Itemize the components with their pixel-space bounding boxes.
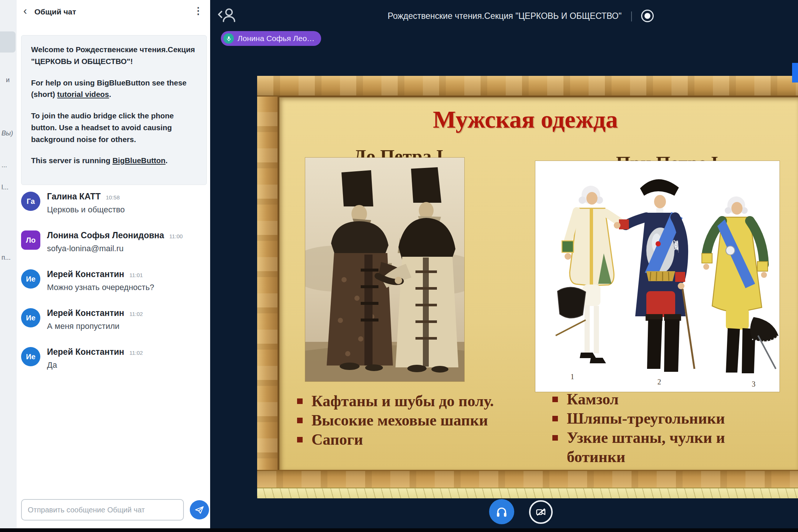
message-author: Лонина Софья Леонидовна [47, 230, 164, 240]
avatar: Га [21, 192, 40, 211]
bullet-square-icon [297, 398, 303, 404]
message-author: Иерей Константин [47, 269, 124, 279]
slide-content: Мужская одежда До Петра I При Петре I [279, 97, 798, 470]
chat-message: Ие Иерей Константин11:01 Можно узнать оч… [21, 269, 206, 292]
kebab-menu-icon[interactable]: ⋮ [193, 5, 203, 17]
audio-join-button[interactable] [489, 499, 514, 524]
message-time: 11:00 [169, 233, 183, 239]
message-time: 11:01 [129, 272, 143, 278]
message-author: Иерей Константин [47, 347, 124, 357]
record-dot-icon [644, 13, 650, 19]
webcam-share-button[interactable] [529, 500, 553, 524]
users-panel-fragment: и [6, 76, 10, 84]
welcome-line-1: Welcome to Рождественские чтения.Секция … [31, 44, 197, 67]
avatar: Ие [21, 347, 40, 366]
figure-number: 3 [752, 380, 755, 388]
bigbluebutton-app: и Вы) ... l... п... ‹ Общий чат ⋮ Welcom… [0, 0, 798, 532]
slide-left-bullet-list: Кафтаны и шубы до полу. Высокие меховые … [297, 391, 526, 449]
message-text: Можно узнать очередность? [47, 283, 154, 292]
slide-wooden-frame [257, 470, 798, 488]
chat-message: Ие Иерей Константин11:02 А меня пропусти… [21, 308, 206, 331]
welcome-message-card: Welcome to Рождественские чтения.Секция … [21, 35, 207, 185]
users-panel-selected-item[interactable] [0, 31, 16, 53]
users-panel-fragment: ... [1, 161, 7, 169]
chat-message: Ие Иерей Константин11:02 Да [21, 347, 206, 370]
message-text: Церковь и общество [47, 205, 125, 215]
bullet-square-icon [552, 435, 558, 441]
send-message-button[interactable] [190, 500, 209, 519]
chat-message-input[interactable] [21, 499, 184, 521]
bigbluebutton-link[interactable]: BigBlueButton [112, 156, 165, 165]
title-divider [631, 11, 632, 21]
person-chevron-icon [218, 7, 238, 23]
camera-off-icon [535, 506, 547, 518]
figure-number: 1 [570, 373, 574, 381]
slide-mat-strip [257, 488, 798, 498]
petrine-costume-plate-image: 1 2 3 [535, 161, 780, 392]
talking-indicator-badge[interactable]: Лонина Софья Лео… [221, 31, 321, 46]
presentation-area: Рождественские чтения.Секция "ЦЕРКОВЬ И … [210, 0, 798, 528]
public-chat-panel: ‹ Общий чат ⋮ Welcome to Рождественские … [17, 0, 210, 528]
chat-title: Общий чат [34, 7, 76, 16]
message-text: Да [47, 360, 143, 370]
tutorial-videos-link[interactable]: tutorial videos [57, 90, 109, 98]
hide-userlist-button[interactable] [218, 7, 238, 24]
message-text: sofya-lonina@mail.ru [47, 244, 183, 253]
avatar: Ие [21, 308, 40, 327]
bullet-item: Кафтаны и шубы до полу. [297, 391, 526, 411]
bullet-item: Сапоги [297, 430, 526, 449]
record-indicator-button[interactable] [641, 10, 654, 22]
presentation-slide: Мужская одежда До Петра I При Петре I [257, 76, 798, 498]
avatar: Ло [21, 230, 40, 250]
welcome-line-2: For help on using BigBlueButton see thes… [31, 77, 197, 101]
message-text: А меня пропустили [47, 321, 143, 331]
users-panel-fragment: Вы) [1, 129, 13, 137]
microphone-icon [223, 33, 234, 44]
chevron-left-icon[interactable]: ‹ [23, 5, 27, 16]
bullet-square-icon [552, 397, 558, 402]
welcome-line-3: To join the audio bridge click the phone… [31, 110, 197, 145]
bullet-square-icon [297, 418, 303, 423]
send-icon [194, 504, 205, 515]
meeting-title: Рождественские чтения.Секция "ЦЕРКОВЬ И … [388, 11, 622, 21]
bullet-item: Шляпы-треугольники [552, 409, 774, 428]
users-panel-fragment: l... [1, 183, 9, 191]
slide-wooden-frame [257, 76, 798, 97]
slide-right-bullet-list: Камзол Шляпы-треугольники Узкие штаны, ч… [552, 390, 774, 467]
bullet-square-icon [297, 437, 303, 442]
chat-header: ‹ Общий чат ⋮ [17, 0, 210, 24]
message-time: 11:02 [129, 311, 143, 317]
chat-message: Га Галина КАТТ10:58 Церковь и общество [21, 192, 206, 215]
message-time: 11:02 [129, 350, 143, 356]
bottom-edge-bar [0, 528, 798, 532]
message-time: 10:58 [106, 194, 120, 201]
chat-message: Ло Лонина Софья Леонидовна11:00 sofya-lo… [21, 230, 206, 253]
slide-title: Мужская одежда [433, 105, 618, 134]
bullet-item: Узкие штаны, чулки и ботинки [552, 428, 774, 467]
cut-off-toolbar-button[interactable] [792, 63, 798, 83]
slide-wooden-frame [257, 76, 279, 488]
users-panel-strip: и Вы) ... l... п... [0, 0, 17, 528]
users-panel-fragment: п... [1, 254, 11, 262]
bullet-item: Камзол [552, 390, 774, 409]
talking-user-name: Лонина Софья Лео… [238, 34, 314, 43]
message-author: Галина КАТТ [47, 192, 101, 202]
bullet-item: Высокие меховые шапки [297, 411, 526, 430]
figure-number: 2 [657, 378, 661, 386]
boyars-engraving-image [305, 158, 464, 381]
headphones-icon [495, 505, 509, 519]
message-author: Иерей Константин [47, 308, 124, 318]
welcome-line-4: This server is running BigBlueButton. [31, 155, 197, 166]
avatar: Ие [21, 269, 40, 289]
bullet-square-icon [552, 416, 558, 421]
